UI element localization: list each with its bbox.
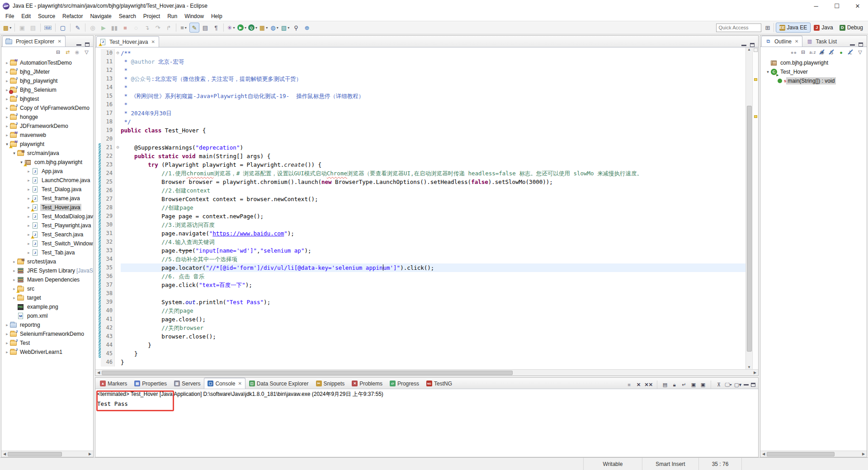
code-line[interactable]: 25 Browser browser = playwright.chromium… <box>95 178 745 186</box>
code-line[interactable]: 45 } <box>95 349 745 358</box>
console-output-area[interactable]: <terminated> Test_Hover [Java Applicatio… <box>95 389 758 457</box>
chevron-right-icon[interactable]: ▸ <box>11 296 17 300</box>
code-line[interactable]: 23 try (Playwright playwright = Playwrig… <box>95 160 745 169</box>
view-menu-icon[interactable]: ▽ <box>856 48 864 56</box>
chevron-right-icon[interactable]: ▸ <box>11 277 17 282</box>
code-line[interactable]: 46} <box>95 358 745 367</box>
show-stdout-icon[interactable]: ▣ <box>690 381 697 388</box>
tree-item[interactable]: ▸JDFrameworkDemo <box>1 122 93 131</box>
code-line[interactable]: 28 //创建page <box>95 203 745 212</box>
perspective-java[interactable]: JJava <box>811 23 836 33</box>
warning-marker[interactable] <box>754 115 757 118</box>
maximize-console-icon[interactable] <box>751 383 755 387</box>
tree-item[interactable]: ▸SeleniumFrameworkDemo <box>1 329 93 338</box>
code-line[interactable]: 36 //6. 点击 音乐 <box>95 272 745 281</box>
perspective-java-ee[interactable]: EEJava EE <box>776 23 811 33</box>
new-wizard-icon[interactable]: ▩▾ <box>2 23 12 33</box>
minimize-view-icon[interactable] <box>850 44 855 46</box>
menu-run[interactable]: Run <box>164 12 181 20</box>
scroll-thumb[interactable] <box>767 452 835 456</box>
tab-problems[interactable]: ✕Problems <box>348 378 386 389</box>
chevron-right-icon[interactable]: ▸ <box>4 341 10 345</box>
minimize-view-icon[interactable] <box>76 44 81 46</box>
link-with-editor-icon[interactable]: ⇄ <box>64 48 71 56</box>
collapse-all-icon[interactable]: ⊟ <box>54 48 62 56</box>
remove-launch-icon[interactable]: ✕ <box>635 381 642 388</box>
open-perspective-icon[interactable]: ⊞ <box>765 23 774 32</box>
hide-fields-icon[interactable]: ◉ <box>818 48 826 56</box>
scroll-left-icon[interactable]: ◀ <box>1 452 8 456</box>
tab-console[interactable]: ▢Console✕ <box>204 378 245 389</box>
tree-item[interactable]: ▾playwright <box>1 140 93 149</box>
tree-item[interactable]: ▸JApp.java <box>1 167 93 176</box>
scroll-right-icon[interactable]: ▶ <box>87 452 93 456</box>
chevron-right-icon[interactable]: ▸ <box>4 350 10 354</box>
menu-search[interactable]: Search <box>115 12 140 20</box>
new-servlet-icon[interactable]: ▧▾ <box>280 23 290 33</box>
tree-item[interactable]: ▸bjhg_JMeter <box>1 67 93 76</box>
collapse-all-icon[interactable]: ⊟ <box>799 48 807 56</box>
outline-item[interactable]: ▾CTest_Hover <box>760 67 867 76</box>
chevron-right-icon[interactable]: ▸ <box>26 241 32 246</box>
minimize-console-icon[interactable] <box>744 384 749 385</box>
web-browser-icon[interactable]: ⊕ <box>302 23 312 33</box>
scroll-up-icon[interactable]: ▲ <box>746 47 752 52</box>
code-line[interactable]: 27 BrowserContext context = browser.newC… <box>95 195 745 203</box>
editor-hscrollbar[interactable]: ◀ ▶ <box>95 369 758 376</box>
close-editor-icon[interactable]: ✕ <box>151 39 155 44</box>
hide-static-icon[interactable]: S <box>828 48 835 56</box>
menu-refactor[interactable]: Refactor <box>59 12 86 20</box>
menu-navigate[interactable]: Navigate <box>86 12 115 20</box>
code-line[interactable]: 43 browser.close(); <box>95 332 745 341</box>
chevron-right-icon[interactable]: ▸ <box>26 250 32 255</box>
chevron-right-icon[interactable]: ▸ <box>4 106 10 110</box>
chevron-right-icon[interactable]: ▸ <box>26 187 32 192</box>
code-line[interactable]: 12 * <box>95 66 745 75</box>
chevron-down-icon[interactable]: ▾ <box>11 151 17 155</box>
tree-item[interactable]: ▸JTest_Playwright.java <box>1 221 93 230</box>
scroll-left-icon[interactable]: ◀ <box>95 371 102 375</box>
vscroll-thumb[interactable] <box>747 106 752 352</box>
tree-item[interactable]: ▸Test <box>1 338 93 348</box>
chevron-right-icon[interactable]: ▸ <box>4 124 10 128</box>
minimize-editor-icon[interactable] <box>741 44 746 46</box>
tree-item[interactable]: ▸mavenweb <box>1 131 93 140</box>
code-line[interactable]: 19public class Test_Hover { <box>95 126 745 135</box>
tree-item[interactable]: ▸JTest_Switch_Window.java <box>1 239 93 248</box>
open-console-icon[interactable]: ▢ <box>58 23 68 33</box>
focus-icon[interactable]: ◉ <box>73 48 81 56</box>
new-ear-icon[interactable]: ▦▾ <box>259 23 269 33</box>
code-line[interactable]: 33 page.type("input[name='wd']","seleniu… <box>95 246 745 255</box>
scroll-right-icon[interactable]: ▶ <box>752 371 758 375</box>
show-whitespace-icon[interactable]: ¶ <box>211 23 221 33</box>
chevron-right-icon[interactable]: ▸ <box>4 323 10 327</box>
chevron-right-icon[interactable]: ▸ <box>4 332 10 336</box>
chevron-right-icon[interactable]: ▸ <box>4 61 10 65</box>
chevron-right-icon[interactable]: ▸ <box>4 115 10 119</box>
code-line[interactable]: 39 System.out.println("Test Pass"); <box>95 298 745 306</box>
tab-servers[interactable]: ▥Servers <box>170 378 204 389</box>
code-line[interactable]: 31 page.navigate("https://www.baidu.com"… <box>95 229 745 238</box>
menu-file[interactable]: File <box>2 12 18 20</box>
code-line[interactable]: 11 * @author 北京-宏哥 <box>95 57 745 66</box>
tree-item[interactable]: ▸JLaunchChrome.java <box>1 176 93 185</box>
word-wrap-icon[interactable]: ↵ <box>680 381 688 388</box>
code-line[interactable]: 40 //关闭page <box>95 306 745 315</box>
tab-project-explorer[interactable]: Project Explorer ✕ <box>2 36 66 47</box>
chevron-right-icon[interactable]: ▸ <box>26 214 32 219</box>
scroll-left-icon[interactable]: ◀ <box>760 452 767 456</box>
code-line[interactable]: 32 //4.输入查询关键词 <box>95 238 745 246</box>
clear-console-icon[interactable]: ▤ <box>661 381 669 388</box>
tab-snippets[interactable]: ✂Snippets <box>312 378 349 389</box>
code-line[interactable]: 15 * 《刚刚问世》系列初窥篇-Java+Playwright自动化测试-19… <box>95 92 745 100</box>
view-menu-icon[interactable]: ▽ <box>83 48 90 56</box>
tree-item[interactable]: ▸JTest_frame.java <box>1 194 93 203</box>
tab-testng[interactable]: NGTestNG <box>423 378 456 389</box>
tree-item[interactable]: ▾com.bjhg.playwright <box>1 158 93 167</box>
code-line[interactable]: 30 //3.浏览器访问百度 <box>95 221 745 229</box>
coverage-icon[interactable]: Q▾ <box>248 23 258 33</box>
perspective-debug[interactable]: DDebug <box>836 23 866 33</box>
scroll-down-icon[interactable]: ▼ <box>746 365 752 369</box>
close-console-icon[interactable]: ✕ <box>238 381 241 386</box>
close-view-icon[interactable]: ✕ <box>795 39 798 44</box>
